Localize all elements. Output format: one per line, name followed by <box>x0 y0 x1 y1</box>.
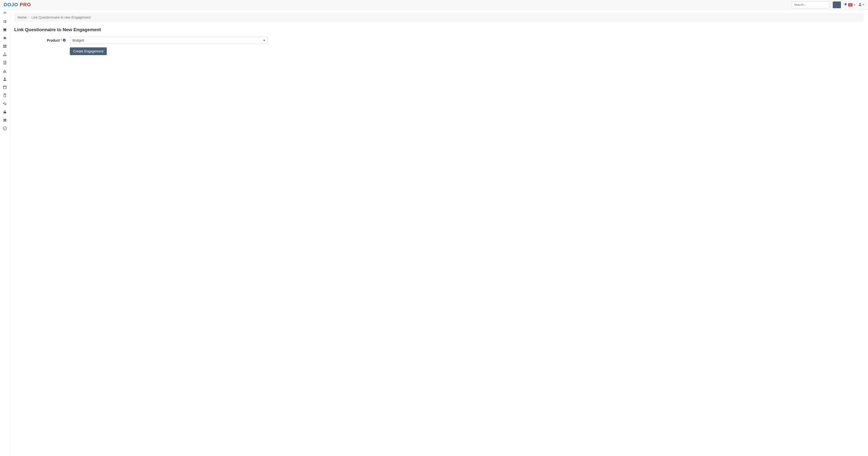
calendar-icon <box>3 85 7 90</box>
sitemap-icon <box>3 53 7 57</box>
svg-line-15 <box>4 38 4 39</box>
inbox-icon <box>3 28 7 32</box>
user-icon <box>858 3 862 7</box>
search-button[interactable] <box>833 1 841 8</box>
svg-rect-22 <box>5 47 6 48</box>
svg-rect-21 <box>3 47 5 48</box>
sidebar-item-sitemap[interactable] <box>0 51 10 59</box>
unlock-icon <box>3 110 7 115</box>
list-icon <box>3 20 7 24</box>
svg-rect-4 <box>4 20 6 21</box>
svg-rect-19 <box>3 45 5 46</box>
svg-point-17 <box>4 37 5 37</box>
navbar-left: DOJO PRO <box>4 2 31 7</box>
svg-rect-26 <box>5 55 6 56</box>
logo[interactable]: DOJO PRO <box>4 2 31 7</box>
svg-rect-3 <box>3 20 4 21</box>
svg-point-44 <box>4 121 4 121</box>
product-select[interactable]: BodgeIt <box>70 37 268 44</box>
breadcrumb-current: Link Questionnaire to new Engagement <box>31 16 91 19</box>
caret-down-icon <box>854 4 856 5</box>
svg-rect-25 <box>4 55 5 56</box>
sidebar-item-grid[interactable] <box>0 42 10 51</box>
create-engagement-button[interactable]: Create Engagement <box>70 48 107 55</box>
caret-down-icon <box>263 40 265 41</box>
sidebar-item-calendar[interactable] <box>0 84 10 92</box>
grid-icon <box>3 44 7 49</box>
help-icon[interactable]: ? <box>63 38 66 42</box>
arrow-right-circle-icon <box>3 126 7 131</box>
bell-icon <box>844 3 847 7</box>
required-asterisk: * <box>61 39 62 42</box>
notifications-dropdown[interactable]: 1 <box>844 3 856 7</box>
gear-icon <box>3 102 7 106</box>
product-label-text: Product <box>47 38 60 42</box>
navbar: DOJO PRO 1 <box>0 0 868 10</box>
main-content: Home / Link Questionnaire to new Engagem… <box>10 10 868 456</box>
caret-down-icon <box>863 4 864 5</box>
dashboard-icon <box>3 11 7 16</box>
svg-point-33 <box>4 78 5 79</box>
sidebar-item-server[interactable] <box>0 117 10 125</box>
notification-count-badge: 1 <box>848 3 852 6</box>
server-icon <box>3 118 7 123</box>
svg-rect-38 <box>4 94 6 97</box>
sidebar-item-collapse[interactable] <box>0 125 10 133</box>
sidebar-item-inbox[interactable] <box>0 26 10 34</box>
svg-point-18 <box>5 37 5 37</box>
svg-line-16 <box>5 38 6 39</box>
file-icon <box>3 61 7 65</box>
svg-rect-34 <box>3 86 6 89</box>
sidebar-item-chart[interactable] <box>0 67 10 76</box>
svg-rect-6 <box>4 21 6 22</box>
svg-rect-8 <box>4 22 6 23</box>
sidebar-item-settings[interactable] <box>0 100 10 108</box>
breadcrumb: Home / Link Questionnaire to new Engagem… <box>14 13 864 22</box>
product-select-value: BodgeIt <box>72 38 84 42</box>
svg-line-14 <box>5 37 6 38</box>
user-dropdown[interactable] <box>858 3 864 7</box>
svg-rect-31 <box>5 70 6 72</box>
svg-rect-29 <box>3 71 4 72</box>
product-label: Product* ? <box>14 38 70 42</box>
sidebar-item-user[interactable] <box>0 76 10 84</box>
page-title: Link Questionnaire to New Engagement <box>14 27 864 32</box>
search-input[interactable] <box>792 1 830 8</box>
user-icon <box>3 77 7 82</box>
svg-rect-40 <box>4 112 6 113</box>
svg-point-43 <box>4 119 4 120</box>
svg-point-2 <box>859 3 861 4</box>
svg-rect-23 <box>4 53 5 53</box>
form-row-product: Product* ? BodgeIt <box>14 37 864 44</box>
logo-part1: DOJO <box>4 2 18 7</box>
svg-rect-24 <box>3 55 4 56</box>
svg-rect-39 <box>4 94 5 94</box>
sidebar-item-dashboard[interactable] <box>0 10 10 18</box>
svg-rect-30 <box>4 70 5 72</box>
svg-rect-7 <box>3 22 4 23</box>
svg-rect-5 <box>3 21 4 22</box>
sidebar-item-file[interactable] <box>0 59 10 67</box>
chart-icon <box>3 69 7 74</box>
sidebar-item-bug[interactable] <box>0 34 10 42</box>
sidebar-item-list[interactable] <box>0 18 10 26</box>
sidebar-item-unlock[interactable] <box>0 108 10 117</box>
clipboard-icon <box>3 93 7 98</box>
navbar-right: 1 <box>792 1 864 8</box>
bug-icon <box>3 36 7 40</box>
breadcrumb-home-link[interactable]: Home <box>18 16 27 19</box>
svg-rect-20 <box>5 45 6 46</box>
svg-text:?: ? <box>64 39 65 41</box>
svg-line-13 <box>4 37 4 38</box>
sidebar <box>0 10 10 456</box>
logo-part2: PRO <box>20 2 31 7</box>
breadcrumb-separator: / <box>29 16 29 19</box>
svg-rect-32 <box>3 72 6 73</box>
sidebar-item-clipboard[interactable] <box>0 92 10 100</box>
